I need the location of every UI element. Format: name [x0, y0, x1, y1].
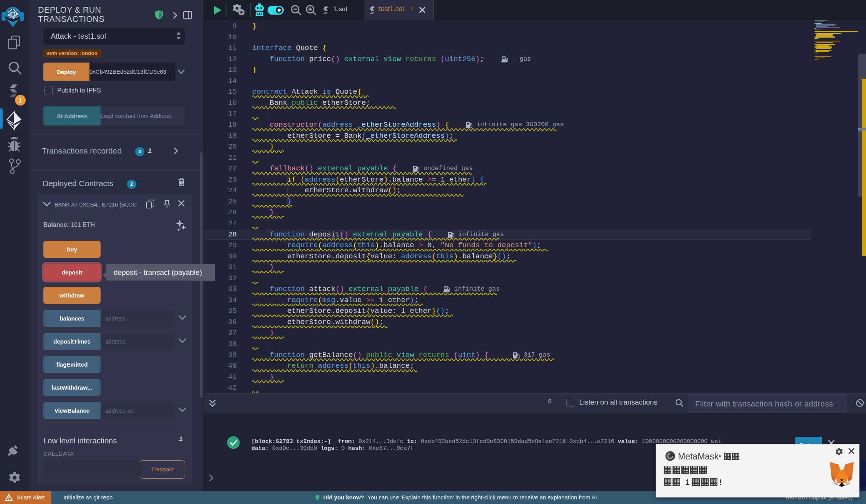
svg-text:1: 1: [19, 97, 22, 104]
